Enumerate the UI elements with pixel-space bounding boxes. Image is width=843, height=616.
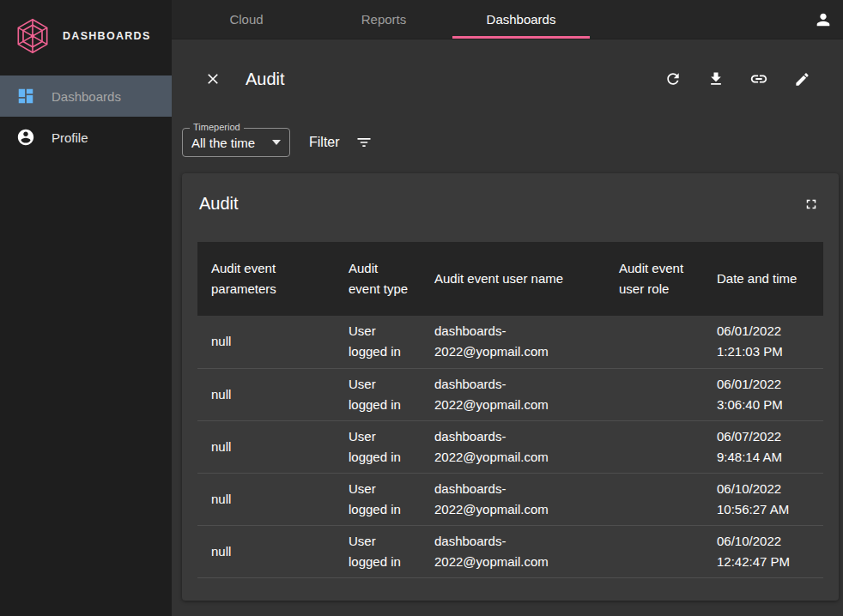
cell-user-name: dashboards-2022@yopmail.com <box>421 368 605 420</box>
cell-parameters: null <box>197 420 335 473</box>
cell-datetime: 06/10/2022 10:56:27 AM <box>703 473 823 525</box>
cell-user-role <box>605 525 703 577</box>
close-icon[interactable] <box>203 69 223 89</box>
cell-parameters: null <box>197 525 335 577</box>
column-header-datetime: Date and time <box>703 242 823 316</box>
cell-datetime: 06/01/2022 1:21:03 PM <box>703 316 823 368</box>
cell-parameters: null <box>197 368 335 420</box>
tab-bar: Cloud Reports Dashboards <box>178 0 590 39</box>
brand: DASHBOARDS <box>0 0 172 75</box>
chevron-down-icon <box>272 140 281 145</box>
cell-user-name: dashboards-2022@yopmail.com <box>421 420 605 473</box>
sidebar-item-profile[interactable]: Profile <box>0 117 172 158</box>
cell-user-name: dashboards-2022@yopmail.com <box>421 473 605 525</box>
app-window: DASHBOARDS Dashboards Profile Cloud Repo… <box>0 0 843 616</box>
table-body: null User logged in dashboards-2022@yopm… <box>197 316 823 577</box>
timeperiod-value: All the time <box>191 136 255 150</box>
profile-icon <box>15 127 36 148</box>
cell-user-role <box>605 368 703 420</box>
table-row: null User logged in dashboards-2022@yopm… <box>197 525 823 577</box>
link-icon[interactable] <box>749 69 769 89</box>
cell-user-role <box>605 420 703 473</box>
page-title: Audit <box>246 69 285 89</box>
table-header: Audit event parameters Audit event type … <box>197 242 823 316</box>
sidebar: DASHBOARDS Dashboards Profile <box>0 0 172 616</box>
dashboard-icon <box>15 86 36 106</box>
cell-type: User logged in <box>335 420 421 473</box>
tab-reports[interactable]: Reports <box>315 0 452 39</box>
cell-user-role <box>605 473 703 525</box>
main-area: Cloud Reports Dashboards Audit <box>172 0 843 616</box>
cell-datetime: 06/01/2022 3:06:40 PM <box>703 368 823 420</box>
audit-table: Audit event parameters Audit event type … <box>197 242 823 578</box>
tab-cloud[interactable]: Cloud <box>178 0 315 39</box>
cell-type: User logged in <box>335 368 421 420</box>
filter-button[interactable]: Filter <box>309 134 373 151</box>
cell-user-name: dashboards-2022@yopmail.com <box>421 525 605 577</box>
audit-card: Audit Audit event parameters Audit event… <box>182 173 839 601</box>
sidebar-item-label: Profile <box>52 130 88 145</box>
download-icon[interactable] <box>706 69 726 89</box>
cell-datetime: 06/07/2022 9:48:14 AM <box>703 420 823 473</box>
page-header-actions <box>663 69 812 89</box>
user-account-icon[interactable] <box>814 0 843 39</box>
tab-dashboards[interactable]: Dashboards <box>452 0 590 39</box>
column-header-parameters: Audit event parameters <box>197 242 335 316</box>
cell-user-role <box>605 316 703 368</box>
table-row: null User logged in dashboards-2022@yopm… <box>197 420 823 473</box>
table-row: null User logged in dashboards-2022@yopm… <box>197 316 823 368</box>
page-header: Audit <box>172 63 843 94</box>
cell-parameters: null <box>197 473 335 525</box>
column-header-user-role: Audit event user role <box>605 242 703 316</box>
cell-type: User logged in <box>335 525 421 577</box>
column-header-type: Audit event type <box>335 242 421 316</box>
filter-row: Timeperiod All the time Filter <box>172 127 843 158</box>
brand-name: DASHBOARDS <box>63 30 151 42</box>
brand-logo-icon <box>14 17 52 55</box>
filter-label: Filter <box>309 135 340 150</box>
topbar: Cloud Reports Dashboards <box>172 0 843 39</box>
refresh-icon[interactable] <box>663 69 683 89</box>
sidebar-nav: Dashboards Profile <box>0 75 172 158</box>
column-header-user-name: Audit event user name <box>421 242 605 316</box>
cell-parameters: null <box>197 316 335 368</box>
sidebar-item-dashboards[interactable]: Dashboards <box>0 75 172 117</box>
card-title: Audit <box>199 194 239 214</box>
sidebar-item-label: Dashboards <box>52 89 121 104</box>
timeperiod-select[interactable]: Timeperiod All the time <box>182 128 290 157</box>
cell-type: User logged in <box>335 473 421 525</box>
cell-datetime: 06/10/2022 12:42:47 PM <box>703 525 823 577</box>
fullscreen-icon[interactable] <box>801 194 822 214</box>
table-row: null User logged in dashboards-2022@yopm… <box>197 473 823 525</box>
card-header: Audit <box>197 194 823 214</box>
cell-type: User logged in <box>335 316 421 368</box>
edit-icon[interactable] <box>791 69 812 89</box>
table-row: null User logged in dashboards-2022@yopm… <box>197 368 823 420</box>
filter-icon <box>355 134 373 151</box>
timeperiod-label: Timeperiod <box>190 122 244 132</box>
cell-user-name: dashboards-2022@yopmail.com <box>421 316 605 368</box>
